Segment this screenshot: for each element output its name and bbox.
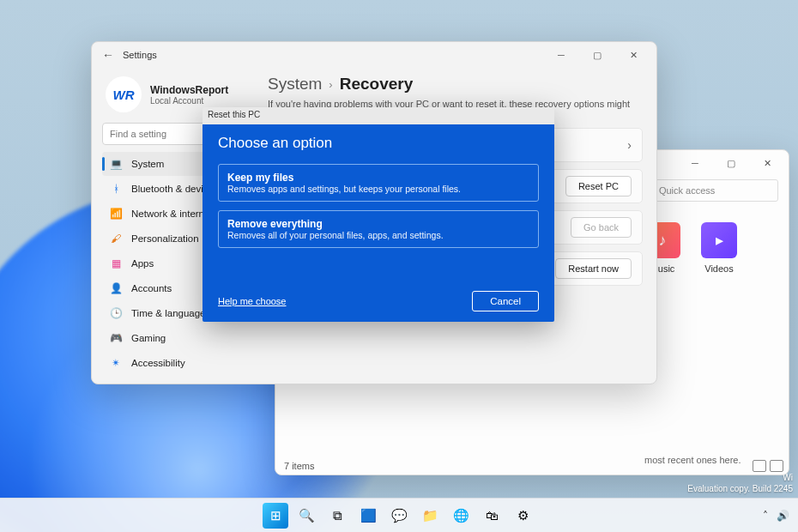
option-desc: Removes apps and settings, but keeps you…: [227, 184, 529, 194]
option-desc: Removes all of your personal files, apps…: [227, 230, 529, 240]
nav-label: Time & language: [131, 308, 206, 318]
breadcrumb: System › Recovery: [268, 75, 643, 94]
gamepad-icon: 🎮: [109, 332, 123, 344]
nav-privacy[interactable]: 🛡Privacy & security: [102, 376, 252, 384]
settings-button[interactable]: ⚙: [510, 503, 535, 529]
dialog-window-title: Reset this PC: [208, 110, 260, 119]
tray-chevron-icon[interactable]: ˄: [763, 510, 768, 522]
videos-folder-icon: ▸: [701, 222, 737, 258]
breadcrumb-parent[interactable]: System: [268, 75, 322, 94]
widgets-button[interactable]: 🟦: [355, 503, 381, 529]
reset-pc-button[interactable]: Reset PC: [565, 176, 632, 196]
nav-label: Personalization: [131, 233, 199, 244]
explorer-status: 7 items: [284, 461, 314, 471]
nav-gaming[interactable]: 🎮Gaming: [102, 326, 252, 350]
nav-label: Privacy & security: [131, 383, 209, 384]
nav-label: System: [131, 159, 164, 169]
chevron-right-icon: ›: [329, 78, 332, 91]
nav-label: Gaming: [131, 333, 166, 343]
system-icon: 💻: [109, 158, 123, 170]
option-title: Keep my files: [227, 172, 529, 184]
shield-icon: 🛡: [109, 382, 123, 384]
explorer-button[interactable]: 📁: [417, 503, 443, 529]
option-keep-files[interactable]: Keep my files Removes apps and settings,…: [218, 164, 539, 202]
close-button[interactable]: ✕: [749, 150, 785, 176]
store-button[interactable]: 🛍: [479, 503, 505, 529]
chat-button[interactable]: 💬: [386, 503, 412, 529]
reset-pc-dialog: Reset this PC Choose an option Keep my f…: [203, 107, 554, 322]
volume-icon[interactable]: 🔊: [777, 510, 789, 522]
nav-accessibility[interactable]: ✴Accessibility: [102, 351, 252, 375]
wifi-icon: 📶: [109, 208, 123, 220]
app-title: Settings: [123, 50, 157, 60]
search-placeholder: Find a setting: [110, 129, 166, 139]
taskbar: ⊞ 🔍 ⧉ 🟦 💬 📁 🌐 🛍 ⚙ ˄ 🔊: [0, 498, 798, 532]
go-back-button: Go back: [571, 217, 632, 238]
accessibility-icon: ✴: [109, 357, 123, 369]
start-button[interactable]: ⊞: [263, 503, 288, 529]
profile-sub: Local Account: [150, 96, 228, 106]
dialog-heading: Choose an option: [218, 135, 539, 152]
avatar: WR: [106, 76, 142, 112]
system-tray[interactable]: ˄ 🔊: [763, 510, 798, 522]
folder-videos[interactable]: ▸ Videos: [701, 222, 737, 274]
minimize-button[interactable]: ─: [677, 150, 713, 176]
recent-hint: most recent ones here.: [644, 455, 741, 465]
maximize-button[interactable]: ▢: [579, 42, 615, 68]
breadcrumb-current: Recovery: [340, 75, 414, 94]
taskbar-center: ⊞ 🔍 ⧉ 🟦 💬 📁 🌐 🛍 ⚙: [263, 503, 535, 529]
nav-label: Network & internet: [131, 209, 213, 219]
nav-label: Apps: [131, 258, 154, 269]
settings-titlebar: ← Settings ─ ▢ ✕: [92, 42, 656, 68]
chevron-right-icon: ›: [627, 138, 632, 152]
help-me-choose-link[interactable]: Help me choose: [218, 296, 287, 306]
explorer-view-toggle[interactable]: [753, 460, 783, 472]
clock-icon: 🕒: [109, 307, 123, 319]
bluetooth-icon: ᚼ: [109, 183, 123, 195]
nav-label: Accounts: [131, 283, 172, 293]
folder-label: Videos: [704, 263, 733, 274]
profile-name: WindowsReport: [150, 84, 228, 96]
brush-icon: 🖌: [109, 233, 123, 245]
maximize-button[interactable]: ▢: [713, 150, 749, 176]
cancel-button[interactable]: Cancel: [472, 291, 539, 311]
search-button[interactable]: 🔍: [293, 503, 319, 529]
option-remove-everything[interactable]: Remove everything Removes all of your pe…: [218, 210, 539, 248]
nav-label: Accessibility: [131, 358, 185, 368]
task-view-button[interactable]: ⧉: [324, 503, 350, 529]
person-icon: 👤: [109, 282, 123, 294]
back-button[interactable]: ←: [102, 48, 114, 62]
restart-now-button[interactable]: Restart now: [555, 258, 632, 279]
close-button[interactable]: ✕: [615, 42, 651, 68]
desktop-watermark: Wi Evaluation copy. Build 2245: [687, 472, 793, 494]
minimize-button[interactable]: ─: [543, 42, 579, 68]
edge-button[interactable]: 🌐: [448, 503, 474, 529]
apps-icon: ▦: [109, 257, 123, 269]
option-title: Remove everything: [227, 218, 529, 230]
